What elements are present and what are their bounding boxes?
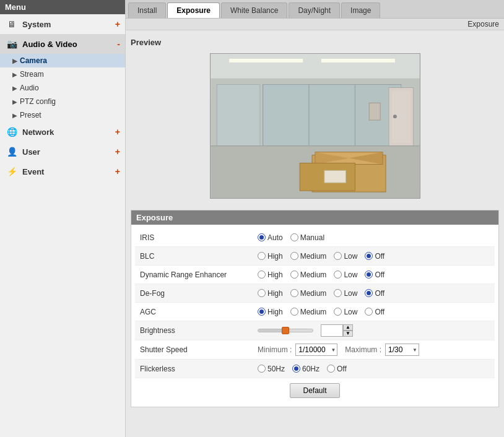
brightness-slider-track[interactable]	[258, 329, 313, 332]
sidebar-item-system[interactable]: System +	[0, 14, 125, 34]
agc-label: AGC	[140, 308, 258, 316]
expand-system-icon: +	[115, 19, 120, 29]
brightness-down-button[interactable]: ▼	[343, 331, 353, 337]
brightness-slider-container	[258, 329, 313, 332]
agc-low-option[interactable]: Low	[334, 308, 357, 316]
fl-50hz-option[interactable]: 50Hz	[258, 365, 285, 373]
sidebar-item-user[interactable]: User +	[0, 142, 125, 162]
blc-controls: High Medium Low	[258, 252, 385, 261]
shutter-min-group: Minimum : 1/10000 1/5000 1/2000 1/1000 1…	[258, 344, 337, 356]
blc-off-option[interactable]: Off	[365, 252, 385, 261]
defog-low-option[interactable]: Low	[334, 289, 357, 298]
dre-medium-label: Medium	[300, 270, 327, 279]
sidebar-label-user: User	[22, 147, 115, 157]
tab-install[interactable]: Install	[128, 2, 166, 18]
dre-medium-option[interactable]: Medium	[290, 270, 327, 279]
blc-high-label: High	[267, 252, 283, 261]
iris-manual-radio[interactable]	[290, 233, 298, 241]
sidebar-item-audio[interactable]: ▶ Audio	[0, 81, 125, 95]
defog-low-radio[interactable]	[334, 289, 342, 297]
agc-medium-radio[interactable]	[290, 308, 298, 316]
agc-low-label: Low	[344, 308, 357, 316]
expand-user-icon: +	[115, 147, 120, 157]
iris-manual-option[interactable]: Manual	[290, 233, 324, 242]
blc-high-radio[interactable]	[258, 252, 266, 260]
sidebar-label-ptz: PTZ config	[20, 97, 56, 106]
fl-60hz-label: 60Hz	[302, 365, 319, 373]
sidebar-item-audio-video[interactable]: Audio & Video -	[0, 34, 125, 54]
blc-off-radio[interactable]	[365, 252, 373, 260]
shutter-max-group: Maximum : 1/30 1/60 1/120 1/250 1/500	[345, 344, 419, 356]
shutter-min-label: Minimum :	[258, 345, 292, 354]
defog-high-option[interactable]: High	[258, 289, 283, 298]
blc-medium-option[interactable]: Medium	[290, 252, 327, 261]
arrow-preset-icon: ▶	[12, 112, 17, 119]
event-icon	[5, 165, 19, 178]
defog-off-option[interactable]: Off	[365, 289, 385, 298]
iris-auto-radio[interactable]	[258, 233, 266, 241]
shutter-max-select[interactable]: 1/30 1/60 1/120 1/250 1/500	[385, 344, 419, 356]
dre-high-radio[interactable]	[258, 270, 266, 279]
tab-image[interactable]: Image	[341, 2, 380, 18]
iris-auto-option[interactable]: Auto	[258, 233, 283, 242]
agc-high-radio[interactable]	[258, 308, 266, 316]
svg-rect-19	[369, 103, 380, 120]
fl-off-label: Off	[337, 365, 347, 373]
fl-off-radio[interactable]	[327, 365, 335, 373]
tab-exposure[interactable]: Exposure	[167, 2, 220, 18]
dre-medium-radio[interactable]	[290, 270, 298, 279]
blc-low-label: Low	[344, 252, 357, 261]
brightness-spinner[interactable]: 50 ▲ ▼	[321, 324, 353, 337]
default-button[interactable]: Default	[290, 383, 339, 398]
agc-medium-option[interactable]: Medium	[290, 308, 327, 316]
preview-title: Preview	[131, 35, 499, 51]
agc-low-radio[interactable]	[334, 308, 342, 316]
fl-50hz-radio[interactable]	[258, 365, 266, 373]
agc-off-radio[interactable]	[365, 308, 373, 316]
fl-off-option[interactable]: Off	[327, 365, 347, 373]
blc-high-option[interactable]: High	[258, 252, 283, 261]
blc-medium-radio[interactable]	[290, 252, 298, 260]
defog-label: De-Fog	[140, 289, 258, 298]
dre-off-radio[interactable]	[365, 270, 373, 279]
sidebar-item-event[interactable]: Event +	[0, 162, 125, 181]
arrow-stream-icon: ▶	[12, 71, 17, 78]
fl-60hz-option[interactable]: 60Hz	[292, 365, 319, 373]
preview-image	[210, 53, 420, 199]
agc-off-label: Off	[375, 308, 385, 316]
sidebar-item-ptz-config[interactable]: ▶ PTZ config	[0, 95, 125, 108]
dre-off-option[interactable]: Off	[365, 270, 385, 279]
tab-white-balance[interactable]: White Balance	[221, 2, 287, 18]
shutter-min-select-wrapper: 1/10000 1/5000 1/2000 1/1000 1/500	[295, 344, 337, 356]
dre-low-option[interactable]: Low	[334, 270, 357, 279]
brightness-slider-thumb[interactable]	[282, 327, 289, 334]
video-icon	[5, 37, 19, 51]
dre-low-radio[interactable]	[334, 270, 342, 279]
blc-low-radio[interactable]	[334, 252, 342, 260]
dre-controls: High Medium Low	[258, 270, 385, 279]
blc-low-option[interactable]: Low	[334, 252, 357, 261]
brightness-up-button[interactable]: ▲	[343, 324, 353, 331]
sidebar-item-preset[interactable]: ▶ Preset	[0, 108, 125, 122]
dre-high-option[interactable]: High	[258, 270, 283, 279]
agc-high-option[interactable]: High	[258, 308, 283, 316]
flickerless-row: Flickerless 50Hz 60Hz	[135, 360, 495, 378]
fl-60hz-radio[interactable]	[292, 365, 300, 373]
defog-row: De-Fog High Medium	[135, 284, 495, 303]
blc-row: BLC High Medium	[135, 247, 495, 266]
sidebar-item-stream[interactable]: ▶ Stream	[0, 67, 125, 81]
defog-off-radio[interactable]	[365, 289, 373, 297]
expand-network-icon: +	[115, 127, 120, 137]
sidebar-item-network[interactable]: Network +	[0, 122, 125, 142]
sidebar-item-camera[interactable]: ▶ Camera	[0, 54, 125, 67]
flickerless-controls: 50Hz 60Hz Off	[258, 365, 347, 373]
brightness-input[interactable]: 50	[321, 324, 343, 337]
sidebar-label-network: Network	[22, 128, 115, 137]
shutter-min-select[interactable]: 1/10000 1/5000 1/2000 1/1000 1/500	[295, 344, 337, 356]
agc-off-option[interactable]: Off	[365, 308, 385, 316]
defog-high-radio[interactable]	[258, 289, 266, 297]
defog-medium-radio[interactable]	[290, 289, 298, 297]
tab-day-night[interactable]: Day/Night	[289, 2, 340, 18]
sidebar-label-event: Event	[22, 167, 115, 176]
defog-medium-option[interactable]: Medium	[290, 289, 327, 298]
